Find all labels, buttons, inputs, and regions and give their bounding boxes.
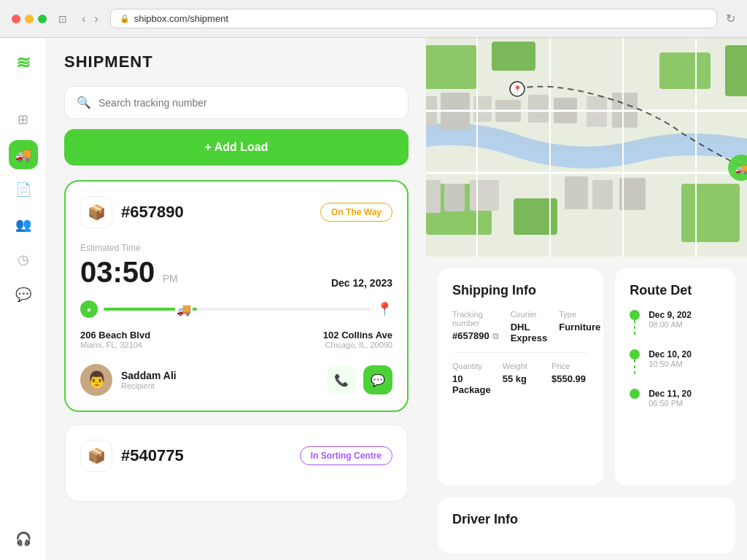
sidebar-item-shipment[interactable]: 🚚 xyxy=(9,140,38,169)
weight-cell: Weight 55 kg xyxy=(503,362,540,395)
copy-icon[interactable]: ⧉ xyxy=(492,331,499,341)
driver-avatar: 👨 xyxy=(80,364,112,396)
add-load-button[interactable]: + Add Load xyxy=(64,129,409,166)
route-item-2: Dec 10, 20 10:50 AM xyxy=(630,349,721,389)
time-ampm: PM xyxy=(163,273,178,284)
app-container: ≋ ⊞ 🚚 📄 👥 ◷ 💬 🎧 SHIPMENT 🔍 + Add Load xyxy=(0,38,747,560)
quantity-cell: Quantity 10 Package xyxy=(452,362,491,395)
from-city: Miami, FL, 32104 xyxy=(80,341,150,349)
route-time-1: 08:00 AM xyxy=(649,320,692,329)
shipping-info-panel: Shipping Info Tracking number #657890 ⧉ … xyxy=(438,268,603,486)
svg-rect-4 xyxy=(725,45,747,96)
quantity-value: 10 Package xyxy=(452,373,491,395)
svg-rect-2 xyxy=(492,42,535,71)
url-text: shipbox.com/shipment xyxy=(134,13,228,24)
search-icon: 🔍 xyxy=(77,96,91,109)
sidebar-item-analytics[interactable]: ◷ xyxy=(9,245,38,274)
sidebar-item-users[interactable]: 👥 xyxy=(9,210,38,239)
route-dot-3 xyxy=(630,389,640,399)
package-icon-2: 📦 xyxy=(80,440,112,472)
address-bar[interactable]: 🔒 shipbox.com/shipment xyxy=(110,9,717,28)
courier-label: Courier xyxy=(511,310,548,319)
sidebar-item-support[interactable]: 🎧 xyxy=(9,524,38,553)
route-dot-col-1 xyxy=(630,310,640,338)
traffic-light-minimize[interactable] xyxy=(25,15,34,23)
to-city: Chicago, IL, 20090 xyxy=(323,341,392,349)
tracking-value: #657890 ⧉ xyxy=(452,330,499,341)
logo[interactable]: ≋ xyxy=(10,50,36,76)
map-container: 📍 🚚 xyxy=(426,38,747,257)
lock-icon: 🔒 xyxy=(120,14,130,23)
right-panel: 📍 🚚 Shipping Info Tracking number xyxy=(426,38,747,560)
info-grid-bottom: Quantity 10 Package Weight 55 kg Price $… xyxy=(452,362,589,395)
message-button[interactable]: 💬 xyxy=(363,365,392,394)
route-time-2: 10:50 AM xyxy=(649,359,692,368)
search-box[interactable]: 🔍 xyxy=(64,86,409,119)
driver-info: 👨 Saddam Ali Recipient xyxy=(80,364,177,396)
map-svg: 📍 🚚 xyxy=(426,38,747,257)
route-line-1 xyxy=(634,320,635,338)
sidebar-item-dashboard[interactable]: ⊞ xyxy=(9,105,38,134)
truck-icon: 🚚 xyxy=(175,301,193,318)
shipping-info-title: Shipping Info xyxy=(452,283,589,298)
driver-info-section: Driver Info xyxy=(426,497,747,560)
sidebar-item-chat[interactable]: 💬 xyxy=(9,280,38,309)
browser-chrome: ⊡ ‹ › 🔒 shipbox.com/shipment ↻ xyxy=(0,0,747,38)
track-start-dot: ● xyxy=(80,300,98,318)
info-grid-top: Tracking number #657890 ⧉ Courier DHL Ex… xyxy=(452,310,589,343)
svg-rect-7 xyxy=(681,184,740,242)
route-dot-col-3 xyxy=(630,389,640,399)
back-button[interactable]: ‹ xyxy=(79,11,88,27)
call-button[interactable]: 📞 xyxy=(327,365,356,394)
route-dot-col-2 xyxy=(630,349,640,377)
svg-rect-20 xyxy=(592,180,613,209)
time-display: 03:50 PM xyxy=(80,256,178,289)
left-panel: SHIPMENT 🔍 + Add Load 📦 #657890 On The W… xyxy=(47,38,426,560)
addresses-row: 206 Beach Blvd Miami, FL, 32104 102 Coll… xyxy=(80,330,392,349)
driver-name: Saddam Ali xyxy=(121,370,177,381)
price-value: $550.99 xyxy=(551,373,589,384)
driver-details: Saddam Ali Recipient xyxy=(121,370,177,390)
refresh-button[interactable]: ↻ xyxy=(726,12,735,26)
from-street: 206 Beach Blvd xyxy=(80,330,150,341)
route-info-1: Dec 9, 202 08:00 AM xyxy=(649,310,692,329)
sidebar-nav: ⊞ 🚚 📄 👥 ◷ 💬 xyxy=(0,93,46,507)
card-id-section-2: 📦 #540775 xyxy=(80,440,184,472)
route-dot-1 xyxy=(630,310,640,320)
traffic-light-close[interactable] xyxy=(12,15,20,23)
estimated-label: Estimated Time xyxy=(80,243,392,253)
type-cell: Type Furniture xyxy=(559,310,600,343)
page-title: SHIPMENT xyxy=(64,52,409,71)
route-dot-2 xyxy=(630,349,640,359)
time-value: 03:50 xyxy=(80,256,155,288)
sidebar-toggle-icon[interactable]: ⊡ xyxy=(55,12,70,26)
route-timeline: Dec 9, 202 08:00 AM Dec 10, 20 1 xyxy=(630,310,721,419)
route-det-panel: Route Det Dec 9, 202 08:00 AM xyxy=(615,268,735,486)
route-time-3: 06:50 PM xyxy=(649,399,692,408)
svg-rect-3 xyxy=(659,52,711,89)
destination-pin-icon: 📍 xyxy=(376,301,392,317)
status-badge-2: In Sorting Centre xyxy=(300,446,392,465)
search-input[interactable] xyxy=(98,97,396,109)
svg-rect-16 xyxy=(426,180,441,213)
status-badge-1: On The Way xyxy=(320,203,392,222)
to-address: 102 Collins Ave Chicago, IL, 20090 xyxy=(323,330,392,349)
divider xyxy=(452,352,589,353)
driver-actions: 📞 💬 xyxy=(327,365,392,394)
from-address: 206 Beach Blvd Miami, FL, 32104 xyxy=(80,330,150,349)
forward-button[interactable]: › xyxy=(91,11,101,27)
to-street: 102 Collins Ave xyxy=(323,330,392,341)
sidebar-item-documents[interactable]: 📄 xyxy=(9,175,38,204)
svg-text:🚚: 🚚 xyxy=(735,163,748,175)
shipment-id-1: #657890 xyxy=(121,203,184,222)
sidebar-bottom: 🎧 xyxy=(9,524,38,553)
shipment-card-2: 📦 #540775 In Sorting Centre xyxy=(64,424,409,502)
traffic-light-fullscreen[interactable] xyxy=(38,15,47,23)
info-panels: Shipping Info Tracking number #657890 ⧉ … xyxy=(426,257,747,497)
shipment-id-2: #540775 xyxy=(121,446,184,465)
svg-text:📍: 📍 xyxy=(513,85,522,94)
driver-section: 👨 Saddam Ali Recipient 📞 💬 xyxy=(80,364,392,396)
track-line: 🚚 xyxy=(104,308,371,311)
weight-value: 55 kg xyxy=(503,373,540,384)
svg-rect-12 xyxy=(528,95,549,122)
